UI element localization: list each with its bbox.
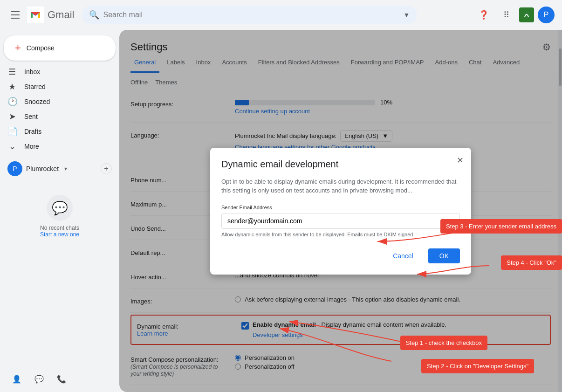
sender-email-input[interactable] [221, 213, 460, 229]
dialog-title: Dynamic email development [221, 159, 460, 170]
ok-button[interactable]: OK [428, 248, 460, 263]
sidebar-item-label: Snoozed [24, 98, 50, 105]
cancel-button[interactable]: Cancel [382, 248, 425, 263]
account-logo[interactable] [519, 7, 534, 22]
help-button[interactable]: ❓ [474, 6, 493, 24]
gmail-logo: Gmail [27, 7, 74, 23]
inbox-icon: ☰ [7, 67, 17, 77]
sidebar-item-label: Starred [24, 83, 46, 90]
plumrocket-logo [519, 7, 534, 22]
sidebar-avatar: P [7, 161, 22, 176]
layout: + Compose ☰ Inbox ★ Starred 🕐 Snoozed ➤ … [0, 30, 562, 392]
user-avatar[interactable]: P [538, 7, 555, 23]
sidebar-item-snoozed[interactable]: 🕐 Snoozed [0, 94, 112, 109]
sidebar-account[interactable]: P Plumrocket ▾ + [0, 158, 119, 180]
sidebar-account-name: Plumrocket [26, 165, 59, 172]
modal-overlay: ✕ Dynamic email development Opt in to be… [119, 30, 562, 392]
sidebar-item-starred[interactable]: ★ Starred [0, 79, 112, 94]
main-content: Settings ⚙ General Labels Inbox Accounts… [119, 30, 562, 392]
chat-section: 💬 No recent chats Start a new one [0, 184, 119, 249]
hamburger-menu[interactable] [7, 7, 23, 22]
sidebar-item-inbox[interactable]: ☰ Inbox [0, 64, 112, 79]
compose-label: Compose [27, 44, 55, 52]
sidebar-item-label: Inbox [24, 68, 40, 76]
star-icon: ★ [7, 82, 17, 92]
compose-button[interactable]: + Compose [4, 35, 116, 61]
sidebar: + Compose ☰ Inbox ★ Starred 🕐 Snoozed ➤ … [0, 30, 119, 392]
search-icon: 🔍 [89, 10, 99, 20]
start-chat-link[interactable]: Start a new one [15, 231, 104, 238]
dialog-actions: Cancel OK [221, 248, 460, 263]
no-chats-text: No recent chats [15, 225, 104, 231]
sidebar-item-label: Sent [24, 113, 38, 120]
sidebar-item-more[interactable]: ⌄ More [0, 139, 112, 154]
sidebar-item-label: Drafts [24, 128, 41, 135]
dialog-description: Opt in to be able to display dynamic ema… [221, 177, 460, 195]
contacts-icon[interactable]: 👤 [7, 370, 26, 388]
chat-placeholder-icon: 💬 [47, 195, 73, 221]
dynamic-email-dialog: ✕ Dynamic email development Opt in to be… [210, 148, 471, 275]
dialog-field-label: Sender Email Address [221, 205, 460, 210]
topbar: Gmail 🔍 ▼ ❓ ⠿ P [0, 0, 562, 30]
sidebar-item-drafts[interactable]: 📄 Drafts [0, 124, 112, 139]
chat-icon[interactable]: 💬 [30, 370, 48, 388]
dialog-hint: Allow dynamic emails from this sender to… [221, 232, 460, 237]
draft-icon: 📄 [7, 126, 17, 137]
apps-button[interactable]: ⠿ [497, 6, 515, 24]
search-bar[interactable]: 🔍 ▼ [82, 6, 417, 24]
account-dropdown-icon: ▾ [64, 165, 67, 172]
topbar-right: ❓ ⠿ P [474, 6, 555, 24]
sidebar-item-sent[interactable]: ➤ Sent [0, 109, 112, 124]
chevron-down-icon: ⌄ [7, 141, 17, 151]
sidebar-more-label: More [24, 143, 39, 150]
phone-icon[interactable]: 📞 [52, 370, 71, 388]
gmail-text: Gmail [48, 9, 74, 21]
dialog-close-button[interactable]: ✕ [457, 155, 464, 165]
search-dropdown-icon[interactable]: ▼ [404, 11, 410, 19]
clock-icon: 🕐 [7, 96, 17, 107]
sent-icon: ➤ [7, 111, 17, 122]
no-chats-area: 💬 No recent chats Start a new one [7, 187, 112, 245]
add-account-button[interactable]: + [101, 163, 112, 174]
search-input[interactable] [103, 11, 399, 19]
